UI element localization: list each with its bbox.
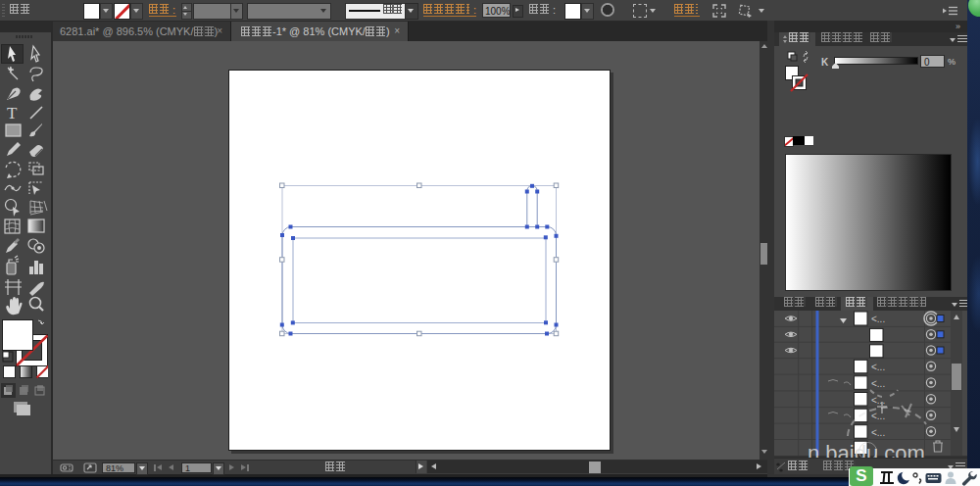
svg-text:<...: <... <box>871 314 885 324</box>
svg-text:T: T <box>7 104 18 122</box>
svg-text:<...: <... <box>871 362 885 372</box>
